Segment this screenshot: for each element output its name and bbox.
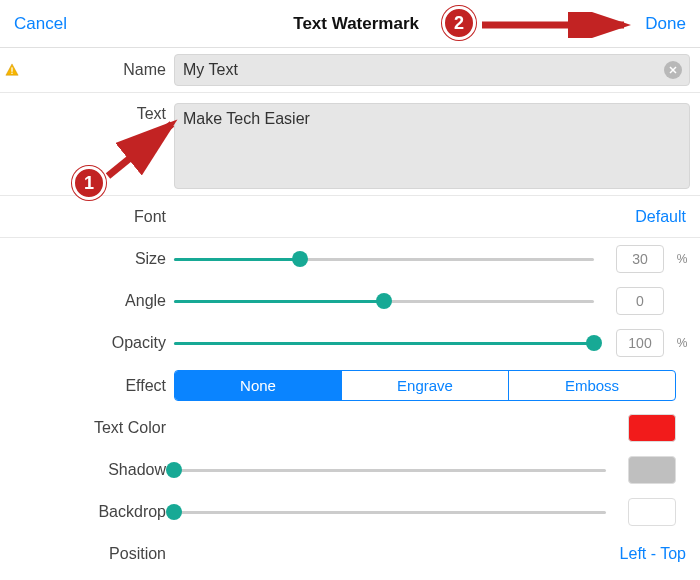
shadow-row: Shadow: [0, 449, 700, 491]
backdrop-row: Backdrop: [0, 491, 700, 533]
svg-rect-2: [11, 73, 12, 74]
shadow-label: Shadow: [108, 461, 166, 479]
page-title: Text Watermark: [293, 14, 419, 34]
effect-segmented: None Engrave Emboss: [174, 370, 676, 401]
shadow-slider[interactable]: [174, 462, 606, 478]
backdrop-swatch[interactable]: [628, 498, 676, 526]
effect-option-emboss[interactable]: Emboss: [508, 371, 675, 400]
backdrop-slider[interactable]: [174, 504, 606, 520]
name-label: Name: [123, 61, 166, 79]
effect-label: Effect: [125, 377, 166, 395]
text-row: Text: [0, 93, 700, 196]
font-row[interactable]: Font Default: [0, 196, 700, 238]
textcolor-swatch[interactable]: [628, 414, 676, 442]
angle-label: Angle: [125, 292, 166, 310]
effect-row: Effect None Engrave Emboss: [0, 364, 700, 407]
warning-icon: [5, 63, 19, 77]
name-input[interactable]: [174, 54, 690, 86]
effect-option-engrave[interactable]: Engrave: [341, 371, 508, 400]
angle-slider[interactable]: [174, 293, 594, 309]
cancel-button[interactable]: Cancel: [14, 14, 67, 34]
textcolor-row: Text Color: [0, 407, 700, 449]
name-row: Name: [0, 48, 700, 93]
text-input[interactable]: [174, 103, 690, 189]
shadow-swatch[interactable]: [628, 456, 676, 484]
svg-rect-1: [11, 67, 12, 71]
size-label: Size: [135, 250, 166, 268]
done-button[interactable]: Done: [645, 14, 686, 34]
header-bar: Cancel Text Watermark Done: [0, 0, 700, 48]
size-row: Size 30 %: [0, 238, 700, 280]
angle-row: Angle 0: [0, 280, 700, 322]
angle-value[interactable]: 0: [616, 287, 664, 315]
font-label: Font: [134, 208, 166, 226]
opacity-unit: %: [674, 336, 690, 350]
textcolor-label: Text Color: [94, 419, 166, 437]
size-slider[interactable]: [174, 251, 594, 267]
text-label: Text: [137, 105, 166, 123]
size-value[interactable]: 30: [616, 245, 664, 273]
backdrop-label: Backdrop: [98, 503, 166, 521]
position-value[interactable]: Left - Top: [174, 545, 690, 563]
opacity-label: Opacity: [112, 334, 166, 352]
clear-name-icon[interactable]: [664, 61, 682, 79]
opacity-row: Opacity 100 %: [0, 322, 700, 364]
font-value[interactable]: Default: [174, 208, 690, 226]
opacity-slider[interactable]: [174, 335, 594, 351]
effect-option-none[interactable]: None: [175, 371, 341, 400]
size-unit: %: [674, 252, 690, 266]
position-row[interactable]: Position Left - Top: [0, 533, 700, 575]
opacity-value[interactable]: 100: [616, 329, 664, 357]
position-label: Position: [109, 545, 166, 563]
